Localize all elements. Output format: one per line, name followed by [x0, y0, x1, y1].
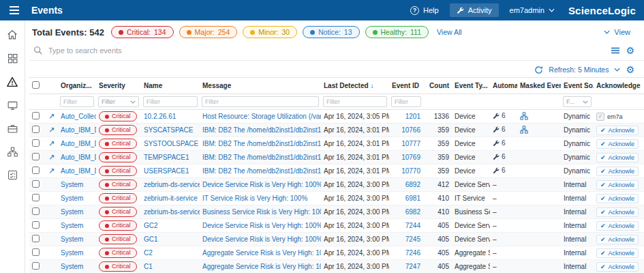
- minor-filter-pill[interactable]: Minor:30: [243, 26, 297, 38]
- organization-link[interactable]: Auto_IBM_D: [61, 154, 96, 161]
- acknowledge-button[interactable]: ✔Acknowle: [596, 221, 639, 231]
- column-header-severity[interactable]: Severity: [96, 78, 141, 94]
- row-checkbox[interactable]: [32, 221, 40, 229]
- event-name-link[interactable]: SYSTOOLSPACE: [144, 140, 198, 147]
- acknowledge-button[interactable]: ✔Acknowle: [596, 194, 639, 203]
- event-id-link[interactable]: 7247: [405, 263, 420, 270]
- organization-link[interactable]: Auto_IBM_D: [61, 167, 96, 175]
- event-id-link[interactable]: 6981: [405, 195, 420, 202]
- masked-events-icon[interactable]: [520, 112, 528, 120]
- event-id-link[interactable]: 6982: [405, 208, 420, 216]
- jump-to-event-icon[interactable]: ↗: [48, 167, 55, 175]
- jump-to-event-icon[interactable]: ↗: [48, 126, 55, 134]
- event-message-link[interactable]: IBM: DB2 The /home/db2inst1/db2inst1/N(: [202, 154, 321, 161]
- event-message-link[interactable]: IBM: DB2 The /home/db2inst1/db2inst1/N(: [202, 140, 321, 147]
- event-id-link[interactable]: 10777: [401, 140, 420, 147]
- row-checkbox[interactable]: [32, 248, 40, 256]
- organization-link[interactable]: System: [61, 208, 83, 216]
- event-message-link[interactable]: Aggregate Service Risk is Very High: 100…: [202, 263, 321, 270]
- column-header-masked[interactable]: Masked Events: [517, 78, 561, 94]
- event_id-filter-input[interactable]: [391, 96, 421, 107]
- event-id-link[interactable]: 10769: [401, 154, 420, 161]
- list-view-icon[interactable]: [611, 46, 620, 55]
- acknowledge-button[interactable]: ✔Acknowle: [596, 262, 639, 272]
- event-id-link[interactable]: 1201: [405, 113, 420, 120]
- organization-link[interactable]: System: [61, 235, 83, 243]
- help-button[interactable]: ? Help: [410, 6, 439, 15]
- sidebar-item-tickets[interactable]: [7, 169, 18, 181]
- organization-link[interactable]: System: [61, 181, 83, 188]
- row-checkbox[interactable]: [32, 139, 40, 147]
- automation-wrench-icon[interactable]: [493, 113, 500, 119]
- grid-settings-gear-icon[interactable]: ⚙: [626, 46, 634, 55]
- row-checkbox[interactable]: [32, 112, 40, 119]
- event-message-link[interactable]: Device Service Risk is Very High: 100%: [202, 181, 321, 188]
- organization-filter-input[interactable]: [60, 96, 94, 107]
- event-id-link[interactable]: 10770: [401, 167, 420, 175]
- event-message-link[interactable]: Device Service Risk is Very High: 100%: [202, 222, 321, 229]
- event-id-link[interactable]: 7245: [405, 235, 420, 243]
- event-message-link[interactable]: IBM: DB2 The /home/db2inst1/db2inst1/N(: [202, 126, 321, 134]
- sidebar-item-business-services[interactable]: [7, 123, 18, 134]
- event-id-link[interactable]: 7246: [405, 249, 420, 257]
- event-name-link[interactable]: GC1: [144, 235, 158, 243]
- row-checkbox[interactable]: [32, 235, 40, 242]
- column-header-count[interactable]: Count: [423, 78, 452, 94]
- event-name-link[interactable]: C2: [144, 249, 153, 257]
- jump-to-event-icon[interactable]: ↗: [48, 112, 55, 120]
- sort-desc-icon[interactable]: ↓: [371, 82, 374, 89]
- acknowledge-button[interactable]: ✔Acknowle: [596, 207, 639, 217]
- sidebar-item-dashboards[interactable]: [7, 53, 18, 64]
- chevron-down-icon[interactable]: [614, 68, 620, 72]
- event-id-link[interactable]: 10766: [401, 126, 420, 134]
- view-all-link[interactable]: View All: [437, 28, 462, 36]
- row-checkbox[interactable]: [32, 167, 40, 174]
- view-dropdown[interactable]: View: [604, 28, 634, 36]
- column-header-event_id[interactable]: Event ID: [389, 78, 423, 94]
- row-checkbox[interactable]: [32, 194, 40, 201]
- refresh-settings-gear-icon[interactable]: ⚙: [626, 65, 634, 74]
- hamburger-menu-icon[interactable]: [8, 5, 20, 16]
- refresh-interval-label[interactable]: Refresh: 5 Minutes: [549, 66, 609, 74]
- search-input[interactable]: [48, 46, 601, 55]
- acknowledge-button[interactable]: ✔Acknowle: [596, 167, 639, 176]
- column-header-last_detected[interactable]: Last Detected↓: [321, 78, 389, 94]
- event-name-link[interactable]: zebrium-ds-service: [144, 181, 200, 188]
- event-name-link[interactable]: 10.2.26.61: [144, 113, 176, 120]
- event-name-link[interactable]: GC2: [144, 222, 158, 229]
- event_source-filter-select[interactable]: F...: [563, 96, 592, 107]
- event-name-link[interactable]: SYSCATSPACE: [144, 126, 193, 134]
- organization-link[interactable]: System: [61, 263, 83, 270]
- event-id-link[interactable]: 6892: [405, 181, 420, 188]
- critical-filter-pill[interactable]: Critical:134: [111, 26, 174, 38]
- event-message-link[interactable]: IT Service Risk is Very High: 100%: [202, 195, 307, 202]
- user-menu[interactable]: em7admin: [510, 6, 555, 14]
- event-name-link[interactable]: USERSPACE1: [144, 167, 189, 175]
- event-message-link[interactable]: Aggregate Service Risk is Very High: 100…: [202, 249, 321, 257]
- automation-wrench-icon[interactable]: [493, 154, 500, 160]
- column-header-message[interactable]: Message: [200, 78, 321, 94]
- notice-filter-pill[interactable]: Notice:13: [303, 26, 359, 38]
- event-name-link[interactable]: C1: [144, 263, 153, 270]
- row-checkbox[interactable]: [32, 262, 40, 270]
- acknowledge-button[interactable]: ✔Acknowle: [596, 180, 639, 190]
- column-header-acknowledge[interactable]: Acknowledge: [594, 78, 644, 94]
- row-checkbox[interactable]: [32, 207, 40, 215]
- organization-link[interactable]: Auto_Collec: [61, 113, 96, 120]
- acknowledge-button[interactable]: ✔Acknowle: [596, 153, 639, 162]
- major-filter-pill[interactable]: Major:254: [179, 26, 238, 38]
- automation-wrench-icon[interactable]: [493, 167, 500, 174]
- organization-link[interactable]: System: [61, 222, 83, 229]
- row-checkbox[interactable]: [32, 153, 40, 160]
- severity-filter-select[interactable]: Filter: [98, 96, 139, 107]
- sidebar-item-home[interactable]: [6, 29, 18, 41]
- column-header-organization[interactable]: Organiz...: [58, 78, 96, 94]
- organization-link[interactable]: Auto_IBM_D: [61, 140, 96, 147]
- sidebar-item-devices[interactable]: [7, 100, 18, 111]
- jump-to-event-icon[interactable]: ↗: [48, 153, 55, 161]
- acknowledge-button[interactable]: ✔Acknowle: [596, 235, 639, 244]
- organization-link[interactable]: System: [61, 195, 83, 202]
- organization-link[interactable]: Auto_IBM_D: [61, 126, 96, 134]
- select-all-checkbox[interactable]: [32, 81, 40, 89]
- event-message-link[interactable]: Host Resource: Storage Utilization (/var…: [202, 113, 321, 120]
